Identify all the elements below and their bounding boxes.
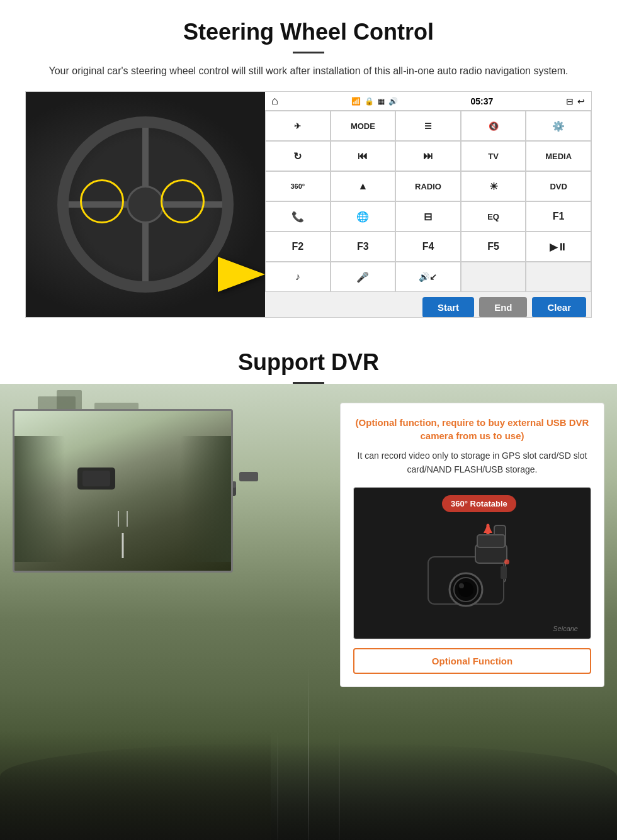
btn-phone[interactable]: 📞 <box>265 201 331 232</box>
btn-vol-phone[interactable]: 🔊↙ <box>395 262 461 292</box>
btn-music[interactable]: ♪ <box>265 262 331 292</box>
btn-prev[interactable]: ⏮ <box>331 141 396 171</box>
svg-point-7 <box>459 583 464 588</box>
clear-button[interactable]: Clear <box>532 297 586 318</box>
clock: 05:37 <box>470 96 493 106</box>
btn-media[interactable]: MEDIA <box>526 141 591 171</box>
sound-icon: 🔊 <box>388 97 398 106</box>
back-icon[interactable]: ↩ <box>577 96 585 106</box>
grid-icon: ▦ <box>378 97 385 106</box>
btn-play-pause[interactable]: ▶⏸ <box>526 232 591 262</box>
btn-mic[interactable]: 🎤 <box>331 262 396 292</box>
btn-eject[interactable]: ▲ <box>331 171 396 201</box>
btn-settings[interactable]: ⚙️ <box>526 111 591 141</box>
dvr-watermark: Seicane <box>553 625 578 632</box>
btn-empty-1 <box>461 262 526 292</box>
btn-rotate[interactable]: ↻ <box>265 141 331 171</box>
dvr-description: It can record video only to storage in G… <box>353 449 591 477</box>
right-control-circle <box>161 179 205 223</box>
svg-rect-10 <box>501 566 507 579</box>
window-controls: ⊟ ↩ <box>566 96 585 106</box>
dvr-info-box: (Optional function, require to buy exter… <box>340 403 604 687</box>
btn-f1[interactable]: F1 <box>526 201 591 232</box>
bottom-action-row: Start End Clear <box>265 292 591 318</box>
dvr-camera-device: 360° Rotatable <box>353 487 591 639</box>
btn-mute[interactable]: 🔇 <box>461 111 526 141</box>
svg-rect-9 <box>477 535 505 547</box>
end-button[interactable]: End <box>479 297 527 318</box>
btn-brightness[interactable]: ☀ <box>461 171 526 201</box>
status-bar: ⌂ 📶 🔒 ▦ 🔊 05:37 ⊟ ↩ <box>265 92 591 111</box>
btn-f5[interactable]: F5 <box>461 232 526 262</box>
window-icon[interactable]: ⊟ <box>566 96 574 106</box>
left-control-circle <box>80 179 124 223</box>
btn-360[interactable]: 360° <box>265 171 331 201</box>
btn-send[interactable]: ✈ <box>265 111 331 141</box>
btn-web[interactable]: 🌐 <box>331 201 396 232</box>
optional-function-button[interactable]: Optional Function <box>353 648 591 674</box>
steering-panel: ⌂ 📶 🔒 ▦ 🔊 05:37 ⊟ ↩ ✈ MODE ☰ � <box>25 91 592 318</box>
section-dvr: Support DVR <box>0 330 617 840</box>
section1-title: Steering Wheel Control <box>25 19 592 45</box>
btn-mode[interactable]: MODE <box>331 111 396 141</box>
btn-menu[interactable]: ☰ <box>395 111 461 141</box>
dvr-main-photo <box>13 409 233 573</box>
home-icon[interactable]: ⌂ <box>271 94 278 108</box>
btn-tv[interactable]: TV <box>461 141 526 171</box>
btn-window[interactable]: ⊟ <box>395 201 461 232</box>
rotatable-badge: 360° Rotatable <box>442 495 516 512</box>
section1-description: Your original car's steering wheel contr… <box>25 64 592 79</box>
dvr-background: (Optional function, require to buy exter… <box>0 384 617 840</box>
section2-title: Support DVR <box>0 330 617 382</box>
status-icons: 📶 🔒 ▦ 🔊 <box>351 97 398 106</box>
start-button[interactable]: Start <box>422 297 474 318</box>
dvr-optional-title: (Optional function, require to buy exter… <box>353 416 591 442</box>
btn-eq[interactable]: EQ <box>461 201 526 232</box>
btn-f3[interactable]: F3 <box>331 232 396 262</box>
svg-marker-2 <box>484 524 492 533</box>
btn-empty-2 <box>526 262 591 292</box>
button-grid: ✈ MODE ☰ 🔇 ⚙️ ↻ ⏮ ⏭ TV MEDIA 360° ▲ RADI… <box>265 111 591 292</box>
btn-dvd[interactable]: DVD <box>526 171 591 201</box>
btn-f2[interactable]: F2 <box>265 232 331 262</box>
wifi-icon: 📶 <box>351 97 361 106</box>
btn-f4[interactable]: F4 <box>395 232 461 262</box>
btn-radio[interactable]: RADIO <box>395 171 461 201</box>
section-steering-wheel: Steering Wheel Control Your original car… <box>0 0 617 330</box>
btn-next[interactable]: ⏭ <box>395 141 461 171</box>
svg-point-11 <box>504 559 509 564</box>
control-panel: ⌂ 📶 🔒 ▦ 🔊 05:37 ⊟ ↩ ✈ MODE ☰ � <box>265 92 591 317</box>
steering-wheel-image <box>26 92 265 317</box>
lock-icon: 🔒 <box>365 97 374 106</box>
camera-svg <box>378 519 567 620</box>
title-divider-1 <box>293 52 324 53</box>
